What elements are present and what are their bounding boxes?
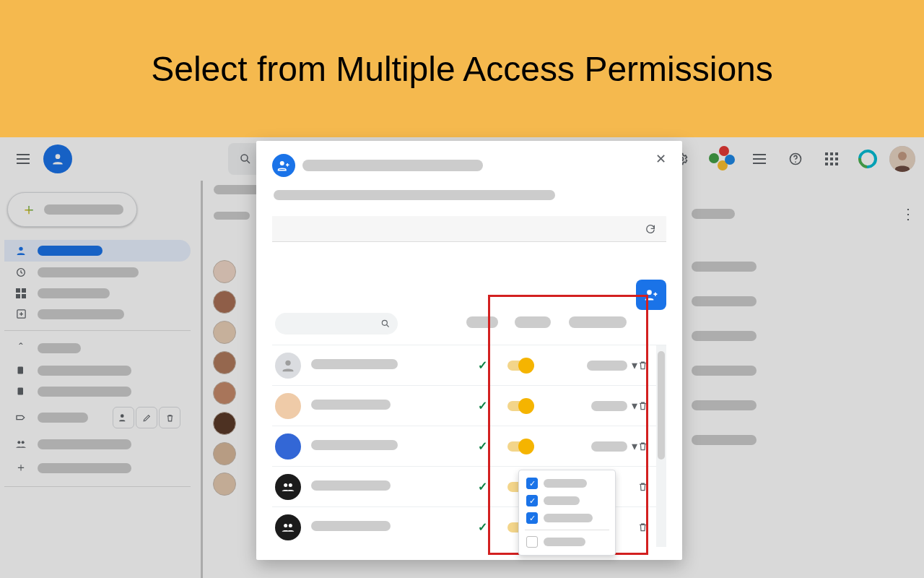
plus-icon: ＋ bbox=[21, 199, 37, 220]
delegate-row: ✓ ▾ bbox=[272, 345, 666, 386]
sidebar-labels-collapse[interactable]: ˆ bbox=[4, 337, 191, 360]
sidebar-label-item[interactable] bbox=[4, 360, 191, 381]
chevron-up-icon: ˆ bbox=[14, 342, 27, 355]
sidebar-label-item[interactable] bbox=[4, 381, 191, 402]
label-icon bbox=[14, 386, 27, 397]
sidebar-label bbox=[38, 267, 139, 277]
svg-point-7 bbox=[19, 247, 22, 251]
svg-point-21 bbox=[382, 320, 387, 325]
svg-point-16 bbox=[121, 414, 124, 418]
create-button[interactable]: ＋ bbox=[7, 192, 137, 227]
check-icon: ✓ bbox=[457, 520, 507, 534]
check-icon: ✓ bbox=[457, 480, 507, 493]
history-icon bbox=[14, 267, 27, 278]
check-icon: ✓ bbox=[457, 439, 507, 453]
list-avatar[interactable] bbox=[213, 260, 236, 283]
svg-point-25 bbox=[284, 524, 287, 527]
list-avatar[interactable] bbox=[213, 412, 236, 435]
permission-option[interactable]: ✓ bbox=[525, 509, 609, 527]
more-icon[interactable]: ⋮ bbox=[901, 205, 915, 223]
sidebar-labels-header bbox=[38, 343, 81, 353]
edit-icon[interactable] bbox=[136, 407, 157, 428]
share-toggle[interactable] bbox=[507, 361, 532, 371]
checkbox-icon[interactable]: ✓ bbox=[526, 478, 538, 489]
svg-point-26 bbox=[289, 524, 292, 527]
scrollbar[interactable] bbox=[656, 345, 666, 547]
checkbox-icon[interactable]: ✓ bbox=[526, 512, 538, 524]
svg-point-23 bbox=[284, 483, 287, 487]
add-contact-icon[interactable] bbox=[113, 407, 134, 428]
label-icon bbox=[14, 365, 27, 376]
svg-rect-9 bbox=[16, 288, 20, 293]
promo-banner: Select from Multiple Access Permissions bbox=[0, 0, 924, 137]
svg-point-6 bbox=[898, 152, 907, 160]
svg-rect-11 bbox=[16, 294, 20, 298]
svg-rect-14 bbox=[17, 367, 23, 374]
share-toggle[interactable] bbox=[507, 401, 532, 411]
row-name bbox=[311, 521, 391, 531]
svg-point-1 bbox=[241, 155, 248, 161]
list-avatar[interactable] bbox=[213, 290, 236, 314]
sidebar-add-label[interactable]: ＋ bbox=[4, 455, 191, 480]
email-input[interactable] bbox=[272, 216, 666, 242]
option-label bbox=[544, 514, 593, 522]
list-avatar[interactable] bbox=[213, 442, 236, 465]
modal-title bbox=[302, 160, 483, 171]
sidebar-label bbox=[38, 387, 131, 397]
right-column: ⋮ bbox=[692, 195, 915, 455]
sidebar-item-frequent[interactable] bbox=[4, 262, 191, 283]
svg-point-0 bbox=[56, 154, 61, 159]
row-name bbox=[311, 440, 398, 450]
permission-option[interactable]: ✓ bbox=[525, 475, 609, 492]
close-icon[interactable]: ✕ bbox=[655, 151, 666, 167]
sidebar: ＋ ˆ bbox=[0, 181, 195, 578]
row-name bbox=[311, 480, 391, 491]
svg-rect-12 bbox=[22, 294, 26, 298]
sidebar-label bbox=[38, 413, 88, 423]
sidebar-item-merge[interactable] bbox=[4, 303, 191, 324]
extension-cluster-icon[interactable] bbox=[703, 144, 738, 173]
list-avatar[interactable] bbox=[213, 351, 236, 374]
checkbox-icon[interactable]: ✓ bbox=[526, 495, 538, 506]
group-icon bbox=[14, 439, 27, 450]
sidebar-label-item[interactable] bbox=[4, 434, 191, 455]
option-label bbox=[544, 496, 580, 505]
sidebar-item-contacts[interactable] bbox=[4, 240, 191, 262]
brand-icon[interactable] bbox=[853, 144, 882, 173]
app-logo-icon[interactable] bbox=[43, 144, 72, 173]
sidebar-label bbox=[38, 309, 124, 319]
permission-option[interactable] bbox=[525, 533, 609, 551]
account-avatar[interactable] bbox=[889, 146, 915, 172]
menu-icon[interactable] bbox=[9, 144, 38, 173]
option-label bbox=[544, 479, 587, 488]
checkbox-icon[interactable] bbox=[526, 536, 538, 548]
apps-icon[interactable] bbox=[817, 144, 846, 173]
list-view-icon[interactable] bbox=[745, 144, 774, 173]
sidebar-label bbox=[38, 439, 131, 449]
add-delegate-button[interactable] bbox=[636, 280, 666, 310]
col-header bbox=[466, 316, 498, 328]
table-search[interactable] bbox=[275, 313, 398, 335]
share-toggle[interactable] bbox=[507, 441, 532, 452]
row-avatar bbox=[275, 353, 301, 379]
svg-point-4 bbox=[795, 161, 796, 163]
check-icon: ✓ bbox=[457, 399, 507, 413]
sidebar-label bbox=[38, 288, 110, 298]
trash-icon[interactable] bbox=[159, 407, 180, 428]
sidebar-item-directory[interactable] bbox=[4, 283, 191, 303]
list-avatar[interactable] bbox=[213, 473, 236, 496]
svg-rect-15 bbox=[17, 388, 23, 395]
list-avatar[interactable] bbox=[213, 381, 236, 405]
sidebar-label-item-active[interactable] bbox=[4, 402, 191, 434]
permission-option[interactable]: ✓ bbox=[525, 492, 609, 509]
list-avatar[interactable] bbox=[213, 321, 236, 344]
role-select[interactable]: ▾ bbox=[558, 439, 637, 453]
row-avatar-group bbox=[275, 474, 301, 500]
svg-point-19 bbox=[280, 161, 284, 165]
help-icon[interactable] bbox=[781, 144, 810, 173]
role-select[interactable]: ▾ bbox=[558, 399, 637, 413]
role-select[interactable]: ▾ bbox=[558, 358, 637, 372]
banner-title: Select from Multiple Access Permissions bbox=[151, 49, 773, 89]
refresh-icon[interactable] bbox=[645, 223, 656, 235]
share-modal: ✕ ✓ ▾ bbox=[256, 141, 682, 560]
